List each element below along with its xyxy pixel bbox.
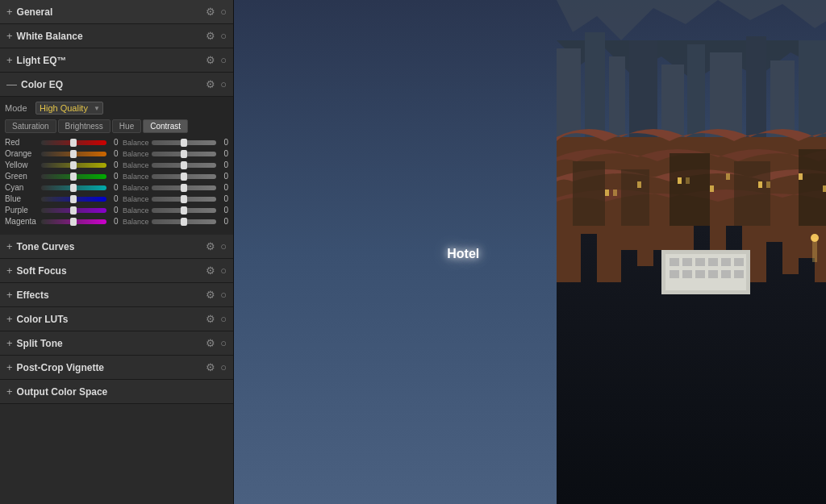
magenta-slider[interactable] xyxy=(41,219,106,224)
light-eq-gear-icon[interactable]: ⚙ xyxy=(206,54,215,66)
tab-brightness[interactable]: Brightness xyxy=(58,119,111,133)
light-eq-toggle[interactable]: + xyxy=(6,54,13,66)
green-balance-slider[interactable] xyxy=(152,174,217,179)
red-slider[interactable] xyxy=(41,140,106,145)
yellow-slider[interactable] xyxy=(41,163,106,168)
orange-value: 0 xyxy=(109,149,119,158)
split-tone-gear-icon[interactable]: ⚙ xyxy=(206,337,215,349)
soft-focus-gear-icon[interactable]: ⚙ xyxy=(206,264,215,277)
section-white-balance[interactable]: + White Balance ⚙ ○ xyxy=(0,24,233,48)
mode-select-wrapper: High Quality Standard Fast xyxy=(35,102,103,115)
white-balance-gear-icon[interactable]: ⚙ xyxy=(206,30,215,42)
tab-hue[interactable]: Hue xyxy=(112,119,141,133)
svg-rect-32 xyxy=(678,177,682,184)
magenta-balance-slider[interactable] xyxy=(152,219,217,224)
color-eq-gear-icon[interactable]: ⚙ xyxy=(206,78,215,90)
general-toggle[interactable]: + xyxy=(6,6,13,18)
svg-rect-63 xyxy=(734,270,744,278)
effects-circle-icon[interactable]: ○ xyxy=(220,289,227,301)
left-panel: + General ⚙ ○ + White Balance ⚙ ○ + Ligh… xyxy=(0,0,234,504)
cyan-balance-slider[interactable] xyxy=(152,185,217,190)
section-output-color-space[interactable]: + Output Color Space xyxy=(0,380,233,404)
section-split-tone[interactable]: + Split Tone ⚙ ○ xyxy=(0,331,233,356)
yellow-balance-value: 0 xyxy=(219,160,228,169)
effects-gear-icon[interactable]: ⚙ xyxy=(206,289,215,301)
svg-rect-3 xyxy=(609,56,625,145)
section-tone-curves[interactable]: + Tone Curves ⚙ ○ xyxy=(0,235,233,259)
cyan-slider[interactable] xyxy=(41,185,106,190)
purple-balance-slider[interactable] xyxy=(152,208,217,213)
svg-rect-39 xyxy=(823,185,826,192)
photo-area: Hotel xyxy=(234,0,826,504)
mode-select[interactable]: High Quality Standard Fast xyxy=(35,102,103,115)
color-eq-title: Color EQ xyxy=(21,79,63,90)
post-crop-gear-icon[interactable]: ⚙ xyxy=(206,361,215,373)
blue-slider[interactable] xyxy=(41,197,106,202)
orange-balance-slider[interactable] xyxy=(152,152,217,156)
svg-rect-54 xyxy=(695,258,705,266)
red-balance-value: 0 xyxy=(219,138,228,147)
svg-rect-55 xyxy=(708,258,718,266)
yellow-value: 0 xyxy=(109,160,119,169)
light-eq-circle-icon[interactable]: ○ xyxy=(220,54,227,66)
color-label-yellow: Yellow xyxy=(5,160,39,169)
white-balance-title: White Balance xyxy=(17,31,83,42)
tone-curves-circle-icon[interactable]: ○ xyxy=(220,240,227,252)
section-post-crop-vignette[interactable]: + Post-Crop Vignette ⚙ ○ xyxy=(0,356,233,380)
mode-label: Mode xyxy=(5,103,31,113)
svg-rect-62 xyxy=(721,270,731,278)
svg-rect-24 xyxy=(799,149,826,226)
color-luts-circle-icon[interactable]: ○ xyxy=(220,313,227,325)
post-crop-toggle[interactable]: + xyxy=(6,361,13,373)
soft-focus-circle-icon[interactable]: ○ xyxy=(220,264,227,277)
cityscape-svg xyxy=(234,0,826,504)
svg-rect-20 xyxy=(573,161,605,226)
output-color-space-title: Output Color Space xyxy=(17,386,108,398)
svg-rect-38 xyxy=(799,173,803,180)
tone-curves-toggle[interactable]: + xyxy=(6,240,13,252)
green-slider[interactable] xyxy=(41,174,106,179)
purple-slider[interactable] xyxy=(41,208,106,213)
orange-slider[interactable] xyxy=(41,152,106,156)
color-luts-gear-icon[interactable]: ⚙ xyxy=(206,313,215,325)
svg-rect-31 xyxy=(637,181,641,188)
effects-toggle[interactable]: + xyxy=(6,289,13,301)
color-label-purple: Purple xyxy=(5,206,39,215)
split-tone-circle-icon[interactable]: ○ xyxy=(220,337,227,349)
section-light-eq[interactable]: + Light EQ™ ⚙ ○ xyxy=(0,48,233,73)
split-tone-toggle[interactable]: + xyxy=(6,337,13,349)
svg-rect-36 xyxy=(758,181,762,188)
post-crop-circle-icon[interactable]: ○ xyxy=(220,361,227,373)
color-eq-toggle[interactable]: — xyxy=(6,78,17,90)
tab-saturation[interactable]: Saturation xyxy=(5,119,56,133)
effects-title: Effects xyxy=(17,289,49,301)
general-circle-icon[interactable]: ○ xyxy=(220,6,227,18)
section-general[interactable]: + General ⚙ ○ xyxy=(0,0,233,24)
section-soft-focus[interactable]: + Soft Focus ⚙ ○ xyxy=(0,259,233,283)
light-eq-title: Light EQ™ xyxy=(17,55,67,66)
yellow-balance-slider[interactable] xyxy=(152,163,217,168)
white-balance-circle-icon[interactable]: ○ xyxy=(220,30,227,42)
color-row-blue: Blue 0 Balance 0 xyxy=(5,194,228,203)
color-eq-circle-icon[interactable]: ○ xyxy=(220,78,227,90)
color-eq-body: Mode High Quality Standard Fast Saturati… xyxy=(0,97,233,235)
color-row-magenta: Magenta 0 Balance 0 xyxy=(5,217,228,226)
svg-rect-58 xyxy=(670,270,679,278)
section-effects[interactable]: + Effects ⚙ ○ xyxy=(0,283,233,307)
tab-contrast[interactable]: Contrast xyxy=(143,119,188,133)
soft-focus-toggle[interactable]: + xyxy=(6,264,13,277)
red-balance-slider[interactable] xyxy=(152,140,217,145)
svg-rect-49 xyxy=(812,238,817,262)
hotel-label: Hotel xyxy=(447,247,479,260)
tone-curves-gear-icon[interactable]: ⚙ xyxy=(206,240,215,252)
svg-rect-61 xyxy=(708,270,718,278)
section-color-luts[interactable]: + Color LUTs ⚙ ○ xyxy=(0,307,233,331)
general-gear-icon[interactable]: ⚙ xyxy=(206,6,215,18)
section-color-eq[interactable]: — Color EQ ⚙ ○ xyxy=(0,73,233,97)
white-balance-toggle[interactable]: + xyxy=(6,30,13,42)
color-luts-toggle[interactable]: + xyxy=(6,313,13,325)
blue-balance-slider[interactable] xyxy=(152,197,217,202)
output-color-space-toggle[interactable]: + xyxy=(6,385,13,398)
svg-rect-2 xyxy=(585,32,605,145)
blue-value: 0 xyxy=(109,194,119,203)
